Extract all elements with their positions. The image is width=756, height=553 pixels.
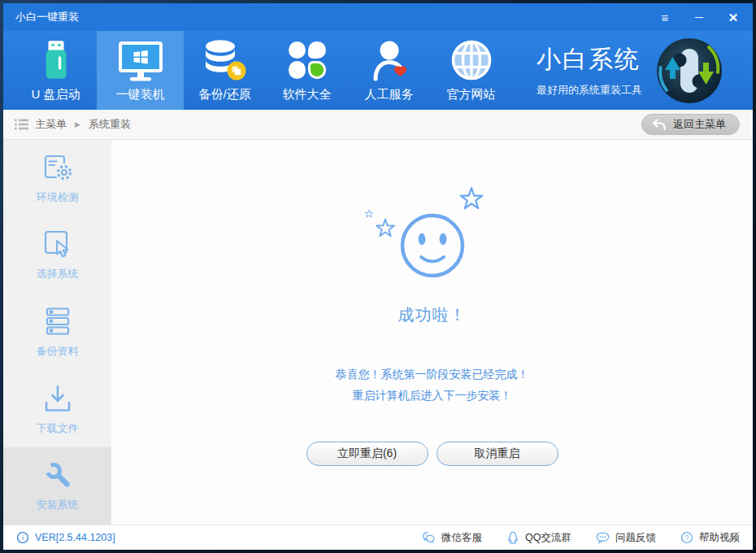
brand-block: 小白系统 最好用的系统重装工具	[537, 31, 642, 110]
breadcrumb-bar: 主菜单 ▶ 系统重装 返回主菜单	[3, 110, 753, 140]
nav-label: 官方网站	[447, 87, 496, 102]
nav-item-backup-restore[interactable]: 备份/还原	[184, 31, 266, 110]
footer-link-feedback[interactable]: 问题反馈	[596, 531, 656, 545]
sidebar-item-label: 安装系统	[37, 498, 79, 512]
success-smiley-icon	[343, 179, 522, 303]
restart-now-button[interactable]: 立即重启(6)	[306, 442, 428, 466]
clover-apps-icon	[289, 39, 326, 81]
breadcrumb-separator-icon: ▶	[75, 120, 80, 128]
nav-label: 人工服务	[365, 87, 414, 102]
wechat-icon	[422, 531, 436, 544]
usb-drive-icon	[40, 39, 72, 81]
sidebar-item-label: 备份资料	[37, 344, 79, 359]
breadcrumb-current: 系统重装	[89, 117, 131, 132]
sidebar-item-label: 下载文件	[37, 421, 79, 436]
footer-link-label: 微信客服	[441, 531, 482, 545]
menu-icon[interactable]: ≡	[658, 11, 672, 24]
sidebar-item-install-system[interactable]: 安装系统	[3, 447, 111, 525]
main-content: 成功啦！ 恭喜您！系统第一阶段安装已经完成！ 重启计算机后进入下一步安装！ 立即…	[111, 140, 753, 525]
globe-icon	[450, 39, 493, 81]
nav-item-one-click-install[interactable]: 一键装机	[97, 31, 184, 110]
box-gear-icon	[41, 152, 74, 183]
minimize-icon[interactable]: ─	[692, 11, 706, 23]
success-headline: 成功啦！	[398, 304, 467, 326]
close-icon[interactable]: ✕	[726, 11, 741, 24]
return-button-label: 返回主菜单	[673, 117, 726, 132]
window-controls: ≡ ─ ✕	[658, 11, 741, 24]
nav-item-website[interactable]: 官方网站	[430, 31, 512, 110]
success-message-line1: 恭喜您！系统第一阶段安装已经完成！	[336, 364, 529, 385]
footer-link-qq[interactable]: QQ交流群	[506, 531, 571, 545]
wrench-icon	[41, 459, 74, 490]
person-heart-icon	[369, 39, 410, 81]
server-stack-icon	[41, 306, 74, 337]
brand-name: 小白系统	[537, 43, 642, 76]
success-message-line2: 重启计算机后进入下一步安装！	[336, 385, 529, 406]
qq-icon	[506, 531, 519, 544]
cursor-select-icon	[41, 229, 74, 259]
sidebar: 环境检测 选择系统	[3, 140, 111, 525]
return-main-menu-button[interactable]: 返回主菜单	[641, 114, 740, 135]
info-icon[interactable]: i	[16, 531, 29, 544]
footer-link-label: 问题反馈	[615, 531, 656, 545]
brand-tagline: 最好用的系统重装工具	[537, 83, 642, 98]
download-icon	[41, 383, 74, 414]
body-row: 环境检测 选择系统	[3, 140, 753, 525]
breadcrumb-root[interactable]: 主菜单	[35, 117, 67, 132]
svg-text:?: ?	[684, 533, 689, 542]
app-title: 小白一键重装	[15, 10, 79, 24]
sidebar-item-download-files[interactable]: 下载文件	[3, 371, 111, 448]
nav-label: 软件大全	[283, 87, 332, 102]
status-bar: i VER[2.5.44.1203] 微信客服	[3, 525, 753, 550]
back-arrow-icon	[652, 119, 666, 131]
version-block: i VER[2.5.44.1203]	[16, 531, 115, 544]
title-bar: 小白一键重装 ≡ ─ ✕	[3, 3, 753, 31]
database-backup-icon	[203, 39, 247, 81]
feedback-bubble-icon	[596, 531, 610, 544]
cancel-restart-button[interactable]: 取消重启	[437, 442, 558, 466]
footer-link-label: 帮助视频	[699, 531, 740, 545]
nav-item-software[interactable]: 软件大全	[266, 31, 348, 110]
app-window: 小白一键重装 ≡ ─ ✕ U 盘启动	[3, 3, 753, 550]
version-label: VER[2.5.44.1203]	[35, 532, 115, 543]
footer-link-label: QQ交流群	[525, 531, 571, 545]
sidebar-item-label: 环境检测	[37, 190, 79, 205]
nav-label: 一键装机	[116, 87, 165, 102]
sidebar-item-env-check[interactable]: 环境检测	[3, 140, 111, 217]
sidebar-item-label: 选择系统	[37, 267, 79, 281]
top-nav: U 盘启动 一键装机	[3, 31, 753, 110]
nav-label: U 盘启动	[32, 87, 80, 102]
success-message: 恭喜您！系统第一阶段安装已经完成！ 重启计算机后进入下一步安装！	[336, 364, 529, 406]
svg-text:i: i	[22, 533, 24, 542]
footer-link-wechat[interactable]: 微信客服	[422, 531, 482, 545]
nav-item-usb-boot[interactable]: U 盘启动	[15, 31, 97, 110]
swirl-arrows-logo	[654, 35, 725, 107]
footer-links: 微信客服 QQ交流群 问题反馈	[422, 531, 740, 545]
sidebar-item-backup-data[interactable]: 备份资料	[3, 294, 111, 371]
nav-item-service[interactable]: 人工服务	[348, 31, 430, 110]
monitor-windows-icon	[118, 39, 163, 81]
list-icon	[15, 119, 28, 130]
help-circle-icon: ?	[680, 531, 693, 544]
nav-label: 备份/还原	[198, 87, 250, 102]
sidebar-item-select-system[interactable]: 选择系统	[3, 217, 111, 294]
button-row: 立即重启(6) 取消重启	[306, 442, 558, 466]
brand-logo-wrap	[654, 31, 725, 110]
window-frame: 小白一键重装 ≡ ─ ✕ U 盘启动	[0, 0, 756, 553]
footer-link-help[interactable]: ? 帮助视频	[680, 531, 740, 545]
